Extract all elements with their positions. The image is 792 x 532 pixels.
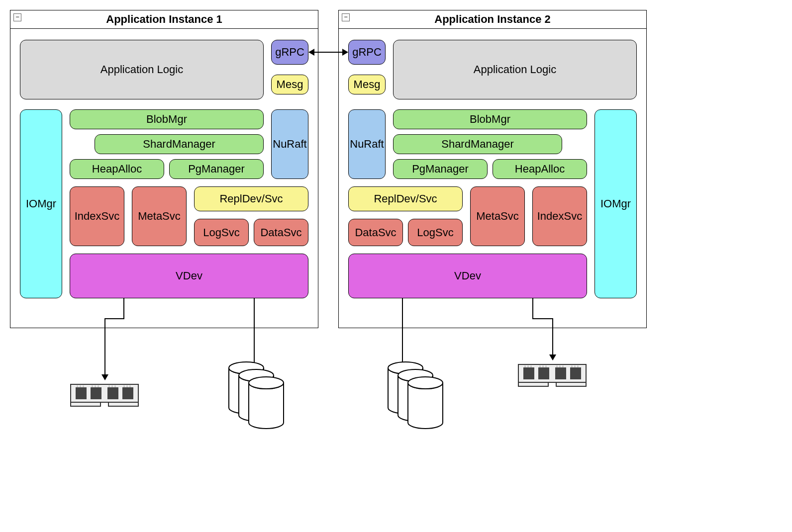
arrow-left-icon — [308, 49, 314, 56]
i1-blobmgr: BlobMgr — [70, 109, 264, 129]
i1-app-logic: Application Logic — [20, 40, 264, 99]
i1-logsvc: LogSvc — [194, 219, 249, 246]
svg-rect-17 — [71, 402, 100, 406]
svg-rect-43 — [556, 382, 586, 386]
i1-repldev: ReplDev/Svc — [194, 186, 308, 211]
database-cylinder-icon — [219, 358, 294, 433]
svg-point-24 — [408, 377, 443, 389]
i1-heapalloc: HeapAlloc — [70, 159, 164, 179]
svg-rect-7 — [83, 385, 84, 387]
svg-rect-40 — [574, 365, 576, 367]
i1-left-conn-v2 — [104, 318, 105, 375]
arrow-down-icon — [549, 355, 556, 360]
i1-mesg: Mesg — [271, 75, 308, 94]
svg-rect-3 — [107, 387, 118, 399]
svg-rect-27 — [538, 367, 549, 379]
svg-rect-34 — [542, 365, 544, 367]
svg-rect-35 — [545, 365, 547, 367]
svg-rect-33 — [539, 365, 541, 367]
grpc-link-line — [313, 52, 343, 53]
svg-rect-2 — [91, 387, 101, 399]
svg-rect-30 — [524, 365, 526, 367]
svg-rect-14 — [123, 385, 125, 387]
i2-pgmanager: PgManager — [393, 159, 488, 179]
i2-shardmgr: ShardManager — [393, 134, 562, 154]
i2-right-conn-v2 — [552, 318, 553, 355]
svg-rect-8 — [92, 385, 93, 387]
svg-rect-11 — [108, 385, 110, 387]
instance2-title: Application Instance 2 — [339, 10, 646, 29]
arrow-right-icon — [342, 49, 348, 56]
svg-rect-13 — [114, 385, 116, 387]
svg-rect-16 — [129, 385, 131, 387]
svg-rect-4 — [122, 387, 133, 399]
i1-shardmgr: ShardManager — [95, 134, 264, 154]
i2-right-conn-v1 — [532, 298, 533, 318]
svg-rect-38 — [562, 365, 564, 367]
svg-rect-29 — [570, 367, 581, 379]
svg-rect-12 — [111, 385, 113, 387]
i1-datasvc: DataSvc — [254, 219, 308, 246]
i2-nuraft: NuRaft — [348, 109, 386, 179]
svg-rect-32 — [530, 365, 532, 367]
i2-indexsvc: IndexSvc — [532, 186, 587, 246]
svg-rect-10 — [98, 385, 99, 387]
i1-iomgr: IOMgr — [20, 109, 62, 298]
svg-rect-1 — [76, 387, 87, 399]
svg-rect-39 — [571, 365, 573, 367]
svg-rect-37 — [559, 365, 561, 367]
i1-pgmanager: PgManager — [169, 159, 264, 179]
i1-grpc: gRPC — [271, 40, 308, 65]
svg-rect-5 — [77, 385, 78, 387]
svg-rect-28 — [555, 367, 566, 379]
i2-iomgr: IOMgr — [594, 109, 637, 298]
svg-rect-41 — [577, 365, 579, 367]
i2-mesg: Mesg — [348, 75, 386, 94]
i2-metasvc: MetaSvc — [470, 186, 525, 246]
svg-rect-6 — [80, 385, 81, 387]
svg-rect-26 — [523, 367, 534, 379]
svg-rect-15 — [126, 385, 128, 387]
i2-grpc: gRPC — [348, 40, 386, 65]
i1-metasvc: MetaSvc — [132, 186, 187, 246]
i1-indexsvc: IndexSvc — [70, 186, 124, 246]
memory-chip-icon — [517, 360, 587, 388]
i2-app-logic: Application Logic — [393, 40, 637, 99]
i2-logsvc: LogSvc — [408, 219, 463, 246]
i2-vdev: VDev — [348, 254, 587, 298]
svg-rect-36 — [556, 365, 558, 367]
svg-rect-42 — [518, 382, 548, 386]
i2-blobmgr: BlobMgr — [393, 109, 587, 129]
i1-nuraft: NuRaft — [271, 109, 308, 179]
i2-right-conn-h — [532, 318, 553, 319]
svg-rect-31 — [527, 365, 529, 367]
memory-chip-icon — [70, 380, 139, 408]
instance1-title: Application Instance 1 — [10, 10, 318, 29]
i1-vdev: VDev — [70, 254, 308, 298]
i2-repldev: ReplDev/Svc — [348, 186, 463, 211]
svg-rect-9 — [95, 385, 96, 387]
svg-rect-18 — [108, 402, 138, 406]
diagram-canvas: − Application Instance 1 Application Log… — [0, 0, 792, 532]
i1-left-conn-v1 — [123, 298, 124, 318]
database-cylinder-icon — [378, 358, 453, 433]
i1-left-conn-h — [104, 318, 124, 319]
i2-heapalloc: HeapAlloc — [493, 159, 587, 179]
i2-datasvc: DataSvc — [348, 219, 403, 246]
arrow-down-icon — [101, 374, 108, 380]
svg-point-21 — [249, 377, 284, 389]
